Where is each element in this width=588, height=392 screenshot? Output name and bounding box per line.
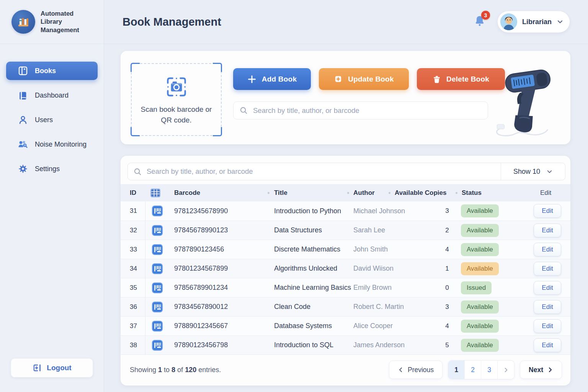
logout-button[interactable]: Logout (11, 358, 93, 377)
sidebar-item-label: Users (35, 116, 53, 124)
row-barcode: 97889012345667 (174, 322, 274, 330)
sidebar: Automated Library Management Books Dashb… (0, 0, 104, 392)
barcode-icon (145, 317, 174, 335)
camera-scan-icon (163, 74, 190, 100)
row-status: Available (455, 204, 531, 217)
chevron-down-icon (546, 168, 553, 175)
page-button-3[interactable]: 3 (481, 361, 498, 379)
edit-button[interactable]: Edit (534, 319, 561, 333)
sidebar-item-label: Noise Monitoring (35, 140, 87, 149)
edit-button[interactable]: Edit (534, 262, 561, 276)
column-header-id[interactable]: ID (130, 189, 136, 197)
edit-button[interactable]: Edit (534, 243, 561, 256)
table-search-input[interactable] (147, 167, 495, 176)
sidebar-item-dashboard[interactable]: Dashboard (6, 86, 98, 105)
sidebar-item-users[interactable]: Users (6, 111, 98, 129)
column-header-title[interactable]: Title (274, 189, 287, 197)
edit-button[interactable]: Edit (534, 204, 561, 218)
page-number-group: 1 2 3 (448, 360, 514, 379)
row-author: Michael Johnson (353, 207, 439, 215)
barcode-icon (145, 297, 174, 316)
table-row: 36 97834567890012 Clean Code Robert C. M… (121, 297, 570, 316)
sidebar-item-settings[interactable]: Settings (6, 160, 98, 178)
row-id: 33 (121, 246, 145, 253)
notifications-button[interactable]: 3 (473, 14, 486, 29)
status-badge: Available (461, 224, 499, 237)
column-separator-dot (268, 192, 270, 194)
status-badge: Available (461, 339, 499, 352)
chevron-right-icon (547, 367, 553, 373)
search-icon (240, 106, 248, 114)
page-button-2[interactable]: 2 (465, 361, 481, 379)
delete-book-label: Delete Book (446, 75, 489, 83)
action-buttons: Add Book Update Book Delete Book (233, 68, 505, 90)
books-icon (18, 66, 28, 76)
row-id: 35 (121, 284, 145, 292)
row-edit: Edit (531, 243, 570, 256)
row-barcode: 97812345678990 (174, 207, 274, 215)
sidebar-item-books[interactable]: Books (6, 62, 98, 80)
plus-icon (247, 75, 256, 84)
page-header: Book Management 3 Librarian (104, 0, 588, 44)
status-badge: Available (461, 262, 499, 275)
row-barcode: 9787890123456 (174, 245, 274, 253)
row-edit: Edit (531, 281, 570, 295)
page-button-1[interactable]: 1 (448, 361, 465, 379)
app-window: Automated Library Management Books Dashb… (0, 0, 588, 392)
sidebar-nav: Books Dashboard Users Noise Monitoring (0, 44, 104, 358)
previous-page-button[interactable]: Previous (389, 361, 443, 379)
row-copies: 5 (439, 341, 455, 349)
row-copies: 0 (439, 284, 455, 292)
edit-button[interactable]: Edit (534, 224, 561, 237)
sidebar-item-label: Settings (35, 165, 60, 173)
logout-icon (32, 363, 42, 372)
book-search-input[interactable] (253, 106, 482, 115)
edit-button[interactable]: Edit (534, 300, 561, 314)
main-area: Book Management 3 Librarian (104, 0, 588, 392)
update-book-button[interactable]: Update Book (319, 68, 409, 90)
chevron-right-icon (503, 367, 509, 373)
summary-from: 1 (158, 366, 162, 374)
row-barcode: 97856789901234 (174, 284, 274, 292)
brand-header: Automated Library Management (0, 0, 104, 44)
row-copies: 4 (439, 322, 455, 330)
column-header-status[interactable]: Status (462, 189, 482, 197)
pagination: Previous 1 2 3 Next (389, 360, 562, 379)
add-book-button[interactable]: Add Book (233, 68, 311, 90)
edit-button[interactable]: Edit (534, 281, 561, 295)
books-logo-icon (16, 14, 31, 29)
row-author: Sarah Lee (353, 226, 439, 234)
table-row: 32 97845678990123 Data Structures Sarah … (121, 220, 570, 240)
table-footer: Showing 1 to 8 of 120 entries. Previous … (121, 354, 570, 385)
row-edit: Edit (531, 262, 570, 276)
table-row: 38 97890123456798 Introduction to SQL Ja… (121, 335, 570, 354)
table-row: 37 97889012345667 Database Systems Alice… (121, 316, 570, 335)
summary-text: Showing (130, 366, 158, 374)
scan-instruction: Scan book barcode or QR code. (136, 104, 217, 126)
next-page-button[interactable]: Next (520, 361, 562, 379)
user-menu[interactable]: Librarian (498, 11, 570, 33)
grid-icon (150, 188, 161, 198)
summary-to: 8 (172, 366, 175, 374)
books-table-panel: Show 10 ID Barcode Title Author Availab (121, 156, 570, 385)
table-search-row: Show 10 (121, 156, 570, 180)
page-forward-button[interactable] (498, 361, 514, 379)
column-header-barcode[interactable]: Barcode (174, 189, 200, 197)
row-status: Available (455, 243, 531, 256)
row-copies: 3 (439, 303, 455, 311)
table-search-bar (127, 163, 501, 180)
column-separator-dot (456, 192, 457, 194)
page-size-select[interactable]: Show 10 (501, 163, 565, 180)
edit-button[interactable]: Edit (534, 338, 561, 352)
column-separator-dot (389, 192, 390, 194)
sidebar-item-noise-monitoring[interactable]: Noise Monitoring (6, 135, 98, 154)
scan-dropzone[interactable]: Scan book barcode or QR code. (131, 63, 222, 136)
row-author: Robert C. Martin (353, 303, 439, 311)
user-icon (18, 115, 28, 125)
column-header-copies[interactable]: Available Copies (395, 189, 446, 197)
column-header-author[interactable]: Author (353, 189, 375, 197)
entries-summary: Showing 1 to 8 of 120 entries. (130, 366, 221, 374)
row-edit: Edit (531, 338, 570, 352)
content: Scan book barcode or QR code. Add Book U… (104, 44, 588, 385)
row-title: Discrete Mathematics (274, 245, 353, 253)
